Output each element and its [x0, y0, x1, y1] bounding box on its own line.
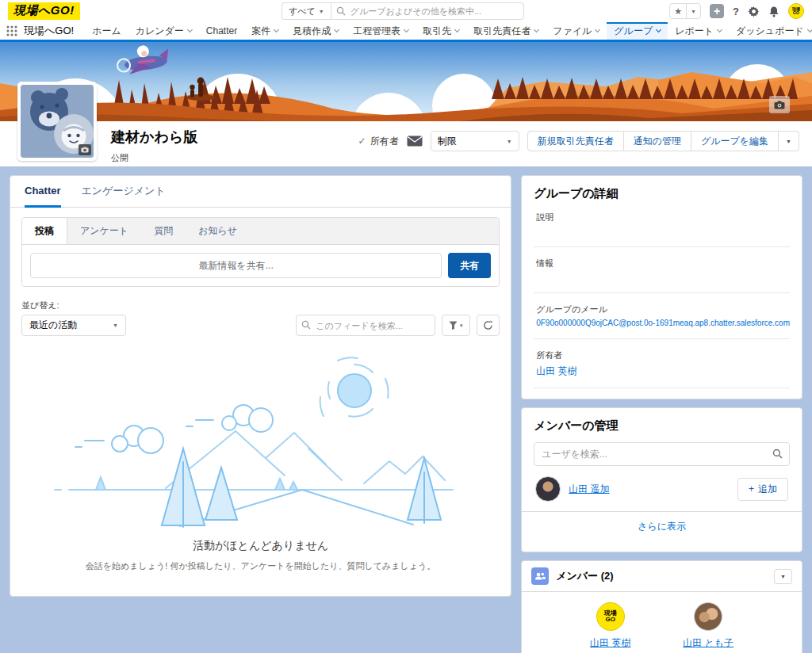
group-banner: [0, 42, 812, 121]
publisher-tab-question[interactable]: 質問: [141, 218, 186, 244]
tab-quotes[interactable]: 見積作成: [285, 22, 346, 40]
favorite-star-icon[interactable]: ★: [670, 4, 686, 18]
plus-icon: +: [749, 483, 754, 495]
group-photo[interactable]: [17, 82, 97, 161]
setup-gear-icon[interactable]: [748, 6, 760, 17]
search-scope-select[interactable]: すべて ▼: [282, 2, 331, 20]
owner-link[interactable]: 山田 英樹: [536, 365, 790, 378]
detail-field-group-email: グループのメール 0F90o000000Q9ojCAC@post.0o-1691…: [534, 304, 790, 339]
tab-chatter-feed[interactable]: Chatter: [25, 176, 61, 208]
avatar[interactable]: [694, 602, 722, 631]
empty-feed-title: 活動がほとんどありません: [10, 539, 511, 553]
sort-select[interactable]: 最近の活動 ▼: [21, 315, 126, 336]
tab-files[interactable]: ファイル: [546, 22, 607, 40]
camera-icon: [774, 101, 785, 109]
app-name: 現場へGO!: [24, 22, 74, 40]
feed-filter-button[interactable]: ▼: [442, 315, 470, 336]
app-navigation-bar: 現場へGO! ホーム カレンダー Chatter 案件 見積作成 工程管理表 取…: [0, 22, 812, 42]
member-name-link[interactable]: 山田 とも子: [683, 637, 733, 648]
edit-group-button[interactable]: グループを編集: [691, 131, 779, 151]
publisher-tab-post[interactable]: 投稿: [22, 218, 67, 244]
group-visibility: 公開: [111, 152, 197, 164]
publisher-tab-announcement[interactable]: お知らせ: [186, 218, 250, 244]
manage-notifications-button[interactable]: 通知の管理: [624, 131, 691, 151]
global-search: すべて ▼: [282, 2, 524, 20]
tab-calendar[interactable]: カレンダー: [128, 22, 199, 40]
tab-reports[interactable]: レポート: [668, 22, 729, 40]
favorites-control[interactable]: ★ ▼: [669, 3, 701, 19]
publisher-tab-poll[interactable]: アンケート: [67, 218, 141, 244]
camera-icon: [81, 147, 89, 153]
chevron-down-icon: [717, 27, 722, 32]
chevron-down-icon: [187, 27, 193, 32]
tab-cases[interactable]: 案件: [244, 22, 285, 40]
new-contact-button[interactable]: 新規取引先責任者: [527, 131, 624, 151]
notifications-bell-icon[interactable]: [768, 6, 779, 17]
refresh-icon: [483, 320, 493, 330]
tab-dashboards[interactable]: ダッシュボード: [729, 22, 812, 40]
chevron-down-icon: [274, 27, 279, 32]
detail-field-owner: 所有者 山田 英樹: [534, 349, 790, 388]
avatar[interactable]: 現場 GO: [596, 602, 625, 631]
group-details-card: グループの詳細 説明 情報 グループのメール 0F90o000000Q9ojCA…: [521, 175, 802, 399]
chevron-down-icon: [534, 27, 539, 32]
group-title: 建材かわら版: [111, 128, 197, 147]
search-icon: [772, 449, 783, 459]
members-collapse-button[interactable]: ▼: [774, 569, 792, 584]
members-title: メンバー (2): [556, 569, 613, 583]
chevron-down-icon: [595, 27, 600, 32]
group-details-title: グループの詳細: [534, 186, 790, 201]
share-button[interactable]: 共有: [448, 253, 491, 278]
chevron-down-icon: [807, 27, 812, 32]
tab-accounts[interactable]: 取引先: [416, 22, 466, 40]
help-icon[interactable]: ?: [733, 6, 739, 17]
group-header: 建材かわら版 公開 ✓ 所有者 制限 ▼ 新規取引先責任者 通知の管理 グループ…: [0, 121, 812, 166]
check-icon: ✓: [358, 136, 366, 147]
chevron-down-icon: [334, 27, 339, 32]
member-name-link[interactable]: 山田 英樹: [590, 637, 630, 648]
tab-contacts[interactable]: 取引先責任者: [466, 22, 546, 40]
user-avatar[interactable]: 現場 GO: [788, 3, 804, 19]
show-more-link[interactable]: さらに表示: [522, 511, 802, 541]
tab-engagement[interactable]: エンゲージメント: [82, 176, 166, 208]
tab-chatter[interactable]: Chatter: [199, 22, 244, 40]
email-envelope-icon[interactable]: [407, 136, 423, 147]
manage-members-card: メンバーの管理 山田 遥加 + 追加 さらに表示: [521, 407, 802, 552]
members-group-icon: [531, 567, 549, 585]
add-member-button[interactable]: + 追加: [737, 478, 788, 501]
user-name-link[interactable]: 山田 遥加: [569, 483, 609, 496]
global-actions-button[interactable]: +: [710, 4, 724, 18]
caret-down-icon: ▼: [507, 139, 512, 144]
feed-refresh-button[interactable]: [477, 315, 500, 336]
chevron-down-icon: ▼: [319, 9, 324, 14]
avatar: [535, 476, 561, 502]
member-item: 山田 とも子: [683, 602, 733, 650]
group-email-link[interactable]: 0F90o000000Q9ojCAC@post.0o-1691meaq.ap8.…: [536, 319, 790, 329]
more-actions-caret-button[interactable]: ▼: [779, 131, 799, 151]
email-privacy-select[interactable]: 制限 ▼: [431, 131, 519, 151]
sort-label: 並び替え:: [21, 300, 500, 311]
member-item: 現場 GO 山田 英樹: [590, 602, 630, 650]
feed-card: Chatter エンゲージメント 投稿 アンケート 質問 お知らせ 共有 並び替…: [10, 175, 511, 597]
change-group-photo-camera-button[interactable]: [79, 144, 91, 155]
user-suggestion-row: 山田 遥加 + 追加: [534, 466, 790, 511]
user-search-input[interactable]: [534, 442, 790, 466]
detail-field-information: 情報: [534, 258, 790, 293]
caret-down-icon: ▼: [459, 323, 464, 328]
global-search-input[interactable]: [331, 2, 524, 20]
favorites-menu-icon[interactable]: ▼: [686, 4, 700, 18]
app-launcher-waffle-icon[interactable]: [6, 22, 17, 40]
company-logo: 現場へGO!: [8, 2, 80, 20]
global-header: 現場へGO! すべて ▼ ★ ▼ + ? 現場 GO: [0, 0, 812, 22]
tab-schedule[interactable]: 工程管理表: [346, 22, 416, 40]
tab-groups[interactable]: グループ: [607, 22, 668, 40]
share-update-input[interactable]: [30, 253, 442, 278]
members-card: メンバー (2) ▼ 現場 GO 山田 英樹 山田 とも子 すべて表示: [521, 560, 802, 653]
chevron-down-icon: [404, 27, 409, 32]
search-icon: [301, 320, 311, 330]
tab-home[interactable]: ホーム: [85, 22, 128, 40]
feed-search-input[interactable]: [296, 315, 435, 336]
empty-feed-subtitle: 会話を始めましょう! 何か投稿したり、アンケートを開始したり、質問してみましょう…: [10, 560, 511, 572]
change-banner-camera-button[interactable]: [769, 96, 790, 113]
empty-feed-illustration: [47, 347, 475, 528]
